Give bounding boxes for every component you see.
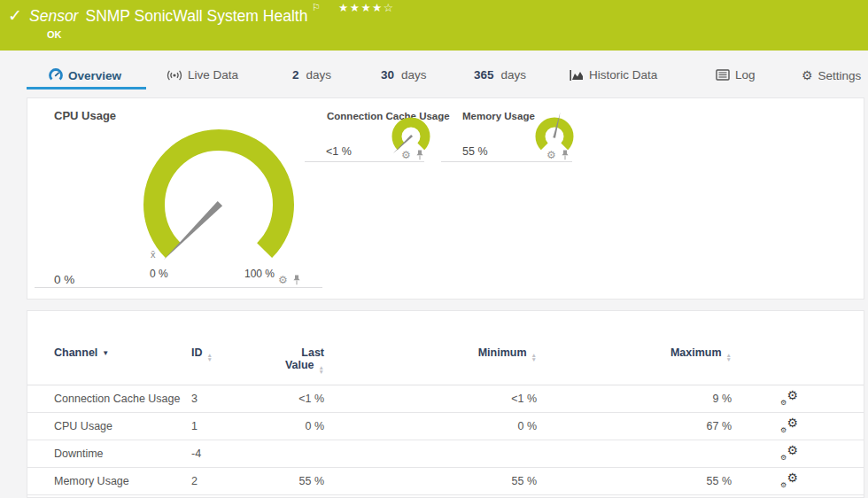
tab-bar: Overview Live Data 2 days 30 days 365 da… [0,53,868,97]
stars-filled: ★★★★ [338,2,384,14]
memory-gauge-title: Memory Usage [462,111,535,121]
column-header-id[interactable]: ID▲▼ [191,311,244,385]
cpu-average-marker: x̄ [151,249,156,260]
channel-id: -4 [191,440,244,468]
ok-check-icon: ✓ [8,5,22,26]
connection-gear-icon[interactable]: ⚙ [401,150,411,160]
table-header-row: Channel▼ ID▲▼ Last Value▲▼ Minimum▲▼ Max… [27,311,864,385]
table-row[interactable]: Memory Usage 2 55 % 55 % 55 % ⚙⚙ [27,468,864,495]
cpu-gauge-title: CPU Usage [54,109,116,122]
memory-gear-icon[interactable]: ⚙ [546,150,556,160]
channel-minimum: 0 % [324,413,537,440]
table-row[interactable]: Connection Cache Usage 3 <1 % <1 % 9 % ⚙… [27,385,864,413]
maximum-header-label: Maximum [670,346,722,359]
tab-overview[interactable]: Overview [49,68,121,82]
channel-maximum [537,440,732,468]
star-empty: ☆ [384,2,395,14]
sort-desc-icon: ▼ [102,349,109,357]
column-header-maximum[interactable]: Maximum▲▼ [537,311,732,385]
sort-toggle-icon: ▲▼ [531,354,537,362]
memory-pin-icon[interactable] [561,150,570,160]
flag-icon[interactable]: ⚐ [312,2,321,13]
object-kind-label: Sensor [29,7,78,25]
last-value-header-line1: Last [301,346,324,359]
broadcast-icon [167,69,182,82]
cpu-current-value: 0 % [54,273,74,286]
cpu-scale-max-label: 100 % [244,268,275,280]
memory-panel-divider [441,161,572,162]
tab-2-days[interactable]: 2 days [292,68,331,82]
channel-minimum: <1 % [324,385,537,413]
channels-table-card: Channel▼ ID▲▼ Last Value▲▼ Minimum▲▼ Max… [27,310,864,498]
id-header-label: ID [191,346,203,359]
sensor-status-bar: ✓ SensorSNMP SonicWall System Health ⚐ ★… [0,0,868,51]
overview-gauges-card: CPU Usage x̄ 0 % 100 % 0 % ⚙ Connection … [27,97,864,300]
channel-name: Downtime [27,440,191,468]
tab-365-days[interactable]: 365 days [474,68,526,82]
sort-toggle-icon: ▲▼ [319,366,324,374]
tab-historic-data[interactable]: Historic Data [570,68,657,82]
priority-stars[interactable]: ★★★★☆ [338,1,395,14]
area-chart-icon [570,69,584,82]
channel-id: 2 [191,468,244,495]
cpu-panel-icons: ⚙ [278,275,301,285]
tab-overview-label: Overview [68,69,121,82]
channel-header-label: Channel [54,346,97,359]
column-header-actions [732,311,864,385]
cpu-scale-min-label: 0 % [150,268,168,280]
cpu-panel-divider [35,287,322,288]
channel-maximum: 9 % [537,385,732,413]
cpu-gauge [126,119,312,265]
table-row[interactable]: CPU Usage 1 0 % 0 % 67 % ⚙⚙ [27,413,864,440]
cpu-pin-icon[interactable] [292,275,301,285]
tab-30-days-label: days [401,68,427,82]
tab-30-days[interactable]: 30 days [381,68,427,82]
tab-log[interactable]: Log [716,68,756,82]
gauge-icon [49,68,63,82]
status-badge: OK [47,29,62,40]
tab-365-days-number: 365 [474,68,494,82]
last-value-header-line2: Value [285,359,314,371]
channel-last-value: 55 % [244,468,324,495]
tab-historic-data-label: Historic Data [589,68,657,82]
column-header-minimum[interactable]: Minimum▲▼ [324,311,537,385]
sort-toggle-icon: ▲▼ [726,354,732,362]
cpu-gear-icon[interactable]: ⚙ [278,275,288,285]
channel-settings-icon[interactable]: ⚙⚙ [780,473,798,487]
connection-pin-icon[interactable] [415,150,424,160]
channel-last-value: <1 % [244,385,324,413]
channel-settings-icon[interactable]: ⚙⚙ [780,418,798,432]
channel-settings-icon[interactable]: ⚙⚙ [780,391,798,405]
channel-id: 3 [191,385,244,413]
minimum-header-label: Minimum [478,346,527,359]
memory-current-value: 55 % [462,145,488,158]
connection-panel-divider [305,161,424,162]
table-row[interactable]: Downtime -4 ⚙⚙ [27,440,864,468]
tab-settings-label: Settings [818,69,862,82]
memory-panel-icons: ⚙ [546,150,570,160]
channel-maximum: 67 % [537,413,732,440]
channel-settings-icon[interactable]: ⚙⚙ [780,446,798,460]
channel-minimum [324,440,537,468]
log-list-icon [716,69,730,81]
channel-name: Connection Cache Usage [27,385,191,413]
channel-name: Memory Usage [27,468,191,495]
channel-maximum: 55 % [537,468,732,495]
sort-toggle-icon: ▲▼ [207,354,213,362]
channel-last-value [244,440,324,468]
channel-id: 1 [191,413,244,440]
tab-settings[interactable]: ⚙ Settings [802,68,861,82]
tab-live-data-label: Live Data [188,68,238,82]
channel-name: CPU Usage [27,413,191,440]
active-tab-underline [27,87,146,89]
tab-2-days-label: days [306,68,332,82]
column-header-channel[interactable]: Channel▼ [27,311,191,385]
channel-minimum: 55 % [324,468,537,495]
sensor-title: SNMP SonicWall System Health [85,7,307,25]
connection-current-value: <1 % [326,145,352,158]
tab-live-data[interactable]: Live Data [167,68,238,82]
column-header-last-value[interactable]: Last Value▲▼ [244,311,324,385]
tab-30-days-number: 30 [381,68,394,82]
channel-last-value: 0 % [244,413,324,440]
tab-log-label: Log [735,68,756,82]
